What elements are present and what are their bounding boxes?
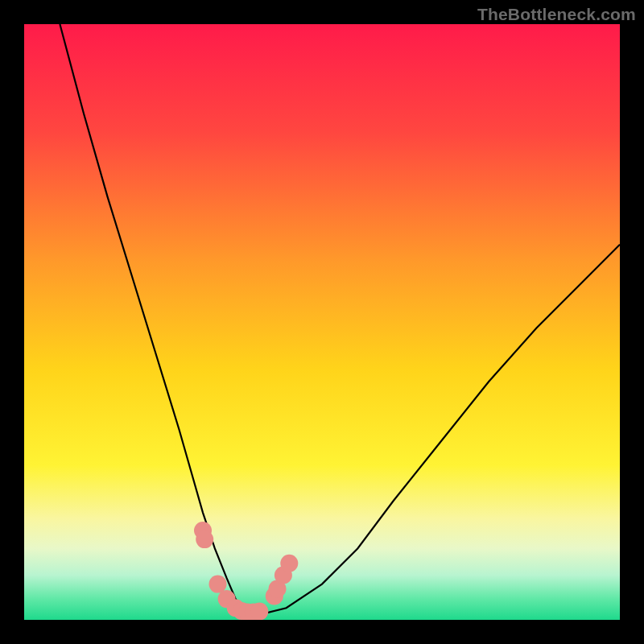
marker-point: [209, 576, 227, 593]
chart-frame: TheBottleneck.com: [0, 0, 644, 644]
curve-line: [60, 24, 620, 614]
plot-area: [24, 24, 620, 620]
marker-point: [196, 530, 213, 548]
bottleneck-curve: [24, 24, 620, 620]
watermark-text: TheBottleneck.com: [477, 5, 636, 24]
marker-point: [280, 555, 298, 572]
marker-point: [250, 603, 268, 620]
highlight-markers: [194, 522, 298, 620]
